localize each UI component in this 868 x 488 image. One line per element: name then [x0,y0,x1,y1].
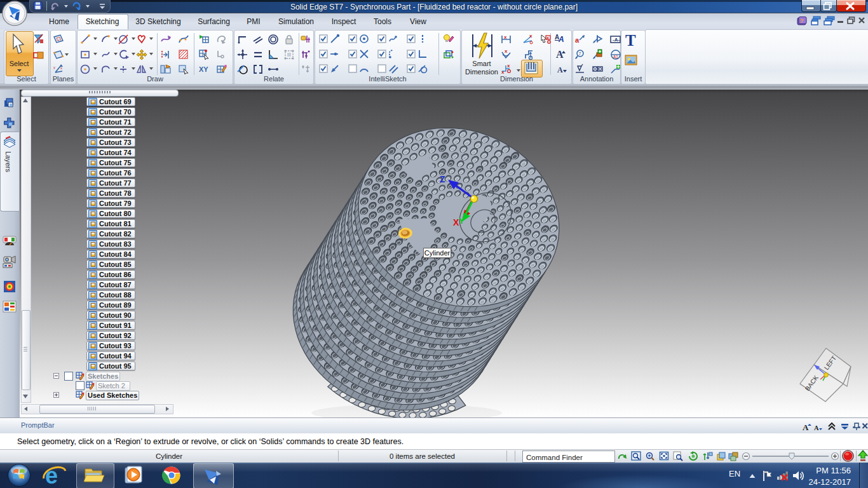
svg-text:Y: Y [459,216,465,226]
svg-text:x: x [529,34,532,39]
svg-text:XY: XY [199,65,208,73]
svg-text:x: x [60,66,62,70]
svg-text:x: x [507,64,510,69]
svg-text:7: 7 [579,51,581,56]
svg-text:T: T [625,32,636,49]
svg-text:A: A [558,35,564,44]
svg-text:A1: A1 [613,55,618,59]
svg-text:A: A [556,49,564,60]
svg-text:Z: Z [440,174,445,184]
svg-text:A: A [557,65,563,74]
svg-text:y: y [53,65,55,69]
svg-text:x: x [546,36,549,40]
svg-text:A: A [803,423,809,431]
svg-text:-A-: -A- [613,37,620,43]
svg-text:x: x [505,49,508,54]
svg-text:a: a [575,36,580,44]
svg-text:?: ? [800,18,804,24]
svg-text:A: A [814,424,819,431]
svg-text:x: x [504,34,507,40]
svg-text:x: x [501,69,505,75]
